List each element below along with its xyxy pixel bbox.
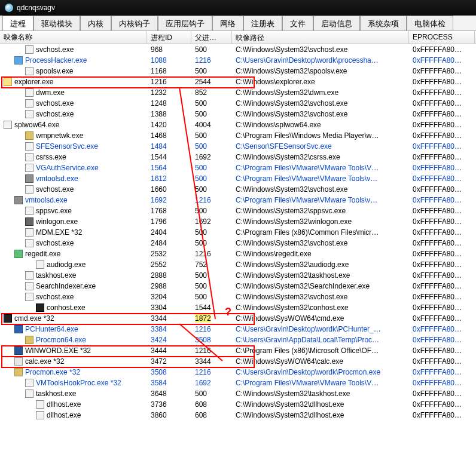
table-row[interactable]: MDM.EXE *322404500C:\Program Files (x86)… xyxy=(0,227,476,238)
ppid-cell: 608 xyxy=(191,399,232,410)
ppid-cell: 500 xyxy=(191,206,232,216)
ppid-cell: 1216 xyxy=(191,55,232,66)
tab-1[interactable]: 驱动模块 xyxy=(33,16,80,30)
table-row[interactable]: VMToolsHookProc.exe *3235841692C:\Progra… xyxy=(0,378,476,388)
table-row[interactable]: svchost.exe1660500C:\Windows\System32\sv… xyxy=(0,184,476,195)
table-row[interactable]: PCHunter64.exe33841216C:\Users\Gravin\De… xyxy=(0,324,476,335)
tab-7[interactable]: 文件 xyxy=(282,16,313,30)
ppid-cell: 852 xyxy=(191,87,232,98)
eprocess-cell: 0xFFFFFA80… xyxy=(409,130,475,141)
pid-cell: 2532 xyxy=(147,249,191,259)
process-icon xyxy=(25,99,33,108)
tab-9[interactable]: 系统杂项 xyxy=(360,16,407,30)
eprocess-cell: 0xFFFFFA80… xyxy=(409,378,475,388)
path-cell: C:\Users\Gravin\Desktop\wordk\Procmon.ex… xyxy=(232,367,409,378)
path-cell: C:\Windows\System32\taskhost.exe xyxy=(232,388,409,399)
table-row[interactable]: taskhost.exe3648500C:\Windows\System32\t… xyxy=(0,388,476,399)
eprocess-cell: 0xFFFFFA80… xyxy=(409,109,475,119)
table-row[interactable]: vmtoolsd.exe1612500C:\Program Files\VMwa… xyxy=(0,173,476,184)
col-header-eprocess[interactable]: EPROCESS xyxy=(409,31,475,44)
table-row[interactable]: wmpnetwk.exe1468500C:\Program Files\Wind… xyxy=(0,130,476,141)
eprocess-cell: 0xFFFFFA80… xyxy=(409,313,475,324)
table-row[interactable]: SFESensorSvc.exe1484500C:\Sensor\SFESens… xyxy=(0,141,476,152)
tab-3[interactable]: 内核钩子 xyxy=(111,16,158,30)
process-name: svchost.exe xyxy=(36,292,74,302)
table-row[interactable]: vmtoolsd.exe16921216C:\Program Files\VMw… xyxy=(0,195,476,206)
path-cell: C:\Windows\System32\spoolsv.exe xyxy=(232,66,409,76)
table-row[interactable]: csrss.exe15441692C:\Windows\System32\csr… xyxy=(0,152,476,162)
pid-cell: 3384 xyxy=(147,324,191,335)
process-icon xyxy=(14,325,23,333)
table-row[interactable]: audiodg.exe2552752C:\Windows\System32\au… xyxy=(0,259,476,270)
eprocess-cell: 0xFFFFFA80… xyxy=(409,195,475,206)
table-row[interactable]: sppsvc.exe1768500C:\Windows\System32\spp… xyxy=(0,206,476,216)
col-header-path[interactable]: 映像路径 xyxy=(232,31,409,44)
pid-cell: 1796 xyxy=(147,216,191,227)
table-row[interactable]: dllhost.exe3860608C:\Windows\System32\dl… xyxy=(0,410,476,421)
table-row[interactable]: calc.exe *3234723344C:\Windows\SysWOW64\… xyxy=(0,356,476,367)
table-row[interactable]: regedit.exe25321216C:\Windows\regedit.ex… xyxy=(0,249,476,259)
ppid-cell: 500 xyxy=(191,184,232,195)
tab-5[interactable]: 网络 xyxy=(212,16,243,30)
eprocess-cell: 0xFFFFFA80… xyxy=(409,227,475,238)
process-icon xyxy=(4,78,12,86)
title-bar: qdcnqsvagv xyxy=(0,0,476,16)
process-name: ProcessHacker.exe xyxy=(25,55,87,66)
process-name: Procmon.exe *32 xyxy=(25,367,80,378)
pid-cell: 3736 xyxy=(147,399,191,410)
tab-8[interactable]: 启动信息 xyxy=(313,16,360,30)
table-row[interactable]: dwm.exe1232852C:\Windows\System32\dwm.ex… xyxy=(0,87,476,98)
pid-cell: 1248 xyxy=(147,98,191,109)
table-row[interactable]: svchost.exe3204500C:\Windows\System32\sv… xyxy=(0,292,476,302)
ppid-cell: 1692 xyxy=(191,378,232,388)
table-row[interactable]: VGAuthService.exe1564500C:\Program Files… xyxy=(0,162,476,173)
process-icon xyxy=(36,400,44,409)
col-header-ppid[interactable]: 父进… xyxy=(191,31,232,44)
process-icon xyxy=(25,379,33,387)
col-header-image-name[interactable]: 映像名称 xyxy=(0,31,147,44)
process-icon xyxy=(36,303,44,312)
ppid-cell: 1216 xyxy=(191,195,232,206)
process-name: regedit.exe xyxy=(25,249,60,259)
ppid-cell: 1216 xyxy=(191,367,232,378)
table-row[interactable]: taskhost.exe2888500C:\Windows\System32\t… xyxy=(0,270,476,281)
pid-cell: 1232 xyxy=(147,87,191,98)
process-name: spoolsv.exe xyxy=(36,66,73,76)
process-name: svchost.exe xyxy=(36,109,74,119)
table-row[interactable]: svchost.exe1388500C:\Windows\System32\sv… xyxy=(0,109,476,119)
table-row[interactable]: svchost.exe2484500C:\Windows\System32\sv… xyxy=(0,238,476,249)
col-header-pid[interactable]: 进程ID xyxy=(147,31,191,44)
path-cell: C:\Windows\System32\sppsvc.exe xyxy=(232,206,409,216)
table-row[interactable]: conhost.exe33041544C:\Windows\System32\c… xyxy=(0,302,476,313)
table-row[interactable]: ProcessHacker.exe10881216C:\Users\Gravin… xyxy=(0,55,476,66)
ppid-cell: 500 xyxy=(191,270,232,281)
ppid-cell: 500 xyxy=(191,44,232,55)
process-name: dllhost.exe xyxy=(47,410,81,421)
column-header-row: 映像名称 进程ID 父进… 映像路径 EPROCESS xyxy=(0,31,476,44)
table-row[interactable]: cmd.exe *3233441872C:\Windows\SysWOW64\c… xyxy=(0,313,476,324)
table-row[interactable]: winlogon.exe17961692C:\Windows\System32\… xyxy=(0,216,476,227)
process-icon xyxy=(25,142,33,151)
table-row[interactable]: SearchIndexer.exe2988500C:\Windows\Syste… xyxy=(0,281,476,292)
table-row[interactable]: Procmon64.exe34243508C:\Users\Gravin\App… xyxy=(0,335,476,345)
tab-4[interactable]: 应用层钩子 xyxy=(158,16,212,30)
tab-2[interactable]: 内核 xyxy=(80,16,111,30)
process-name: calc.exe *32 xyxy=(25,356,64,367)
process-icon xyxy=(25,217,33,226)
table-row[interactable]: spoolsv.exe1168500C:\Windows\System32\sp… xyxy=(0,66,476,76)
table-row[interactable]: svchost.exe968500C:\Windows\System32\svc… xyxy=(0,44,476,55)
tab-0[interactable]: 进程 xyxy=(2,16,33,30)
tab-6[interactable]: 注册表 xyxy=(243,16,282,30)
path-cell: C:\Users\Gravin\AppData\Local\Temp\Proc… xyxy=(232,335,409,345)
pid-cell: 3860 xyxy=(147,410,191,421)
table-row[interactable]: svchost.exe1248500C:\Windows\System32\sv… xyxy=(0,98,476,109)
table-row[interactable]: dllhost.exe3736608C:\Windows\System32\dl… xyxy=(0,399,476,410)
table-row[interactable]: WINWORD.EXE *3234441216C:\Program Files … xyxy=(0,345,476,356)
ppid-cell: 500 xyxy=(191,109,232,119)
table-row[interactable]: Procmon.exe *3235081216C:\Users\Gravin\D… xyxy=(0,367,476,378)
ppid-cell: 500 xyxy=(191,173,232,184)
table-row[interactable]: explorer.exe12162544C:\Windows\explorer.… xyxy=(0,76,476,87)
table-row[interactable]: splwow64.exe14204004C:\Windows\splwow64.… xyxy=(0,119,476,130)
tab-10[interactable]: 电脑体检 xyxy=(407,16,453,30)
process-name: csrss.exe xyxy=(36,152,66,162)
